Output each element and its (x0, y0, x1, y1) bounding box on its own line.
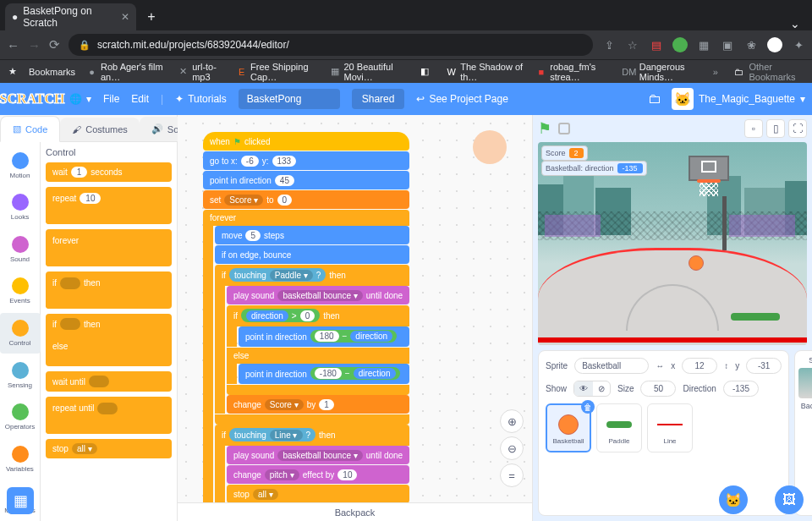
stage-large-button[interactable]: ▯ (766, 119, 785, 138)
block-point-direction[interactable]: point in direction45 (203, 171, 409, 189)
bookmark-item[interactable]: EFree Shipping Cap… (237, 62, 318, 82)
sprite-x-input[interactable]: 12 (682, 358, 717, 374)
browser-tab[interactable]: ● BasketPong on Scratch ✕ (5, 3, 136, 30)
block-if[interactable]: if touching Paddle ▾ ? then (215, 265, 409, 286)
block-wait-until[interactable]: wait until (46, 371, 172, 392)
back-button[interactable]: ← (7, 38, 19, 52)
block-play-sound[interactable]: play soundbasketball bounce ▾until done (227, 286, 409, 304)
fullscreen-button[interactable]: ⛶ (788, 119, 807, 138)
block-forever[interactable]: forever (46, 229, 172, 266)
reload-button[interactable]: ⟳ (49, 37, 60, 52)
add-extension-button[interactable]: ▦ (7, 487, 34, 514)
block-stop[interactable]: stop all ▾ (46, 439, 172, 458)
category-variables[interactable]: Variables (0, 439, 41, 480)
bookmark-item[interactable]: WThe Shadow of th… (447, 62, 524, 82)
variable-monitor-direction[interactable]: Basketball: direction-135 (541, 161, 647, 176)
stop-button[interactable] (558, 123, 570, 134)
tab-overflow-button[interactable]: ⌄ (778, 17, 812, 30)
share-button[interactable]: Shared (352, 89, 405, 109)
file-menu[interactable]: File (103, 93, 119, 105)
zoom-reset-button[interactable]: = (500, 463, 524, 487)
zoom-controls: ⊕ ⊖ = (500, 409, 524, 487)
block-set-variable[interactable]: set Score ▾ to 0 (203, 190, 409, 209)
new-tab-button[interactable]: + (140, 5, 163, 29)
scratch-logo[interactable]: SCRATCH (7, 88, 58, 110)
delete-sprite-icon[interactable]: 🗑 (581, 400, 595, 414)
block-if[interactable]: if direction > 0 then (227, 305, 409, 326)
share-icon[interactable]: ⇪ (601, 37, 617, 52)
zoom-in-button[interactable]: ⊕ (500, 409, 524, 433)
close-icon[interactable]: ✕ (121, 11, 129, 23)
bookmark-item[interactable]: ✕url-to-mp3 (178, 62, 225, 82)
ext-icon[interactable]: ▣ (720, 37, 735, 52)
block-goto-xy[interactable]: go to x:-6 y:133 (203, 151, 409, 170)
category-sensing[interactable]: Sensing (0, 355, 41, 396)
category-motion[interactable]: Motion (0, 145, 41, 186)
sprite-tile-paddle[interactable]: Paddle (596, 403, 642, 452)
ext-icon[interactable]: ▤ (649, 37, 664, 52)
block-repeat-until[interactable]: repeat until (46, 397, 172, 434)
bookmark-item[interactable]: ●Rob Ager's film an… (87, 62, 167, 82)
block-change-variable[interactable]: changeScore ▾by1 (227, 395, 409, 414)
see-project-page[interactable]: ↩See Project Page (416, 93, 508, 105)
tutorials-button[interactable]: ✦Tutorials (175, 93, 227, 105)
ext-icon[interactable]: ❀ (743, 37, 759, 52)
address-bar[interactable]: 🔒 scratch.mit.edu/projects/683920444/edi… (69, 34, 593, 56)
ext-icon[interactable]: ✦ (791, 37, 806, 52)
block-point-direction[interactable]: point in direction180 − direction (239, 326, 409, 347)
block-bounce[interactable]: if on edge, bounce (215, 245, 409, 264)
green-flag-button[interactable]: ⚑ (538, 119, 551, 138)
sprite-tile-line[interactable]: Line (647, 403, 693, 452)
my-stuff-icon[interactable]: 🗀 (648, 91, 661, 107)
edit-menu[interactable]: Edit (131, 93, 149, 105)
script-stack[interactable]: when ⚑ clicked go to x:-6 y:133 point in… (203, 132, 409, 504)
show-hide-toggle[interactable]: 👁 ⊘ (573, 381, 611, 397)
bookmark-item[interactable]: ■robag_fm's strea… (536, 62, 611, 82)
account-menu[interactable]: 🐱 The_Magic_Baguette ▾ (672, 88, 805, 110)
sprite-name-input[interactable]: Basketball (574, 358, 649, 374)
block-if-then[interactable]: if then (46, 271, 172, 309)
bookmark-item[interactable]: ▦20 Beautiful Movi… (331, 62, 408, 82)
add-backdrop-button[interactable]: 🖼 (775, 485, 804, 514)
block-when-flag-clicked[interactable]: when ⚑ clicked (203, 132, 409, 151)
backpack-panel[interactable]: Backpack (178, 502, 532, 521)
sprite-y-input[interactable]: -31 (746, 358, 782, 374)
block-change-effect[interactable]: changepitch ▾effect by10 (227, 465, 409, 484)
forward-button[interactable]: → (28, 38, 41, 52)
tab-code[interactable]: ▧Code (0, 116, 60, 142)
variable-monitor-score[interactable]: Score2 (541, 145, 588, 161)
ext-icon[interactable] (767, 37, 782, 52)
block-move-steps[interactable]: move5steps (215, 226, 409, 244)
sprite-tile-basketball[interactable]: 🗑Basketball (546, 403, 591, 452)
category-events[interactable]: Events (0, 271, 41, 312)
script-workspace[interactable]: when ⚑ clicked go to x:-6 y:133 point in… (178, 115, 533, 521)
category-control[interactable]: Control (0, 313, 41, 354)
category-sound[interactable]: Sound (0, 229, 41, 270)
other-bookmarks[interactable]: » 🗀 Other Bookmarks (713, 62, 804, 82)
language-menu[interactable]: 🌐▾ (69, 93, 91, 105)
sprite-direction-input[interactable]: -135 (723, 381, 759, 397)
ext-icon[interactable] (672, 37, 688, 52)
category-operators[interactable]: Operators (0, 397, 41, 437)
block-stop[interactable]: stopall ▾ (227, 485, 409, 503)
tab-costumes[interactable]: 🖌Costumes (60, 118, 140, 141)
zoom-out-button[interactable]: ⊖ (500, 436, 524, 460)
block-else[interactable]: else (227, 348, 409, 364)
block-if-else[interactable]: ifthen else (46, 314, 172, 366)
sprite-size-input[interactable]: 50 (640, 381, 676, 397)
bookmark-item[interactable]: ◧ (419, 62, 435, 82)
block-if[interactable]: if touching Line ▾ ? then (215, 425, 409, 446)
category-looks[interactable]: Looks (0, 188, 41, 228)
stage-small-button[interactable]: ▫ (744, 119, 763, 138)
add-sprite-button[interactable]: 🐱 (719, 485, 748, 514)
block-play-sound[interactable]: play soundbasketball bounce ▾until done (227, 446, 409, 464)
stage[interactable]: Score2 Basketball: direction-135 (538, 142, 807, 345)
block-wait[interactable]: wait 1 seconds (46, 162, 172, 182)
block-point-direction[interactable]: point in direction-180 − direction (239, 364, 409, 384)
star-icon[interactable]: ☆ (625, 37, 640, 52)
project-title-input[interactable]: BasketPong (239, 89, 340, 109)
block-forever[interactable]: forever (203, 210, 409, 226)
bookmark-item[interactable]: DMDangerous Minds… (623, 62, 701, 82)
ext-icon[interactable]: ▦ (696, 37, 711, 52)
block-repeat[interactable]: repeat 10 (46, 187, 172, 224)
